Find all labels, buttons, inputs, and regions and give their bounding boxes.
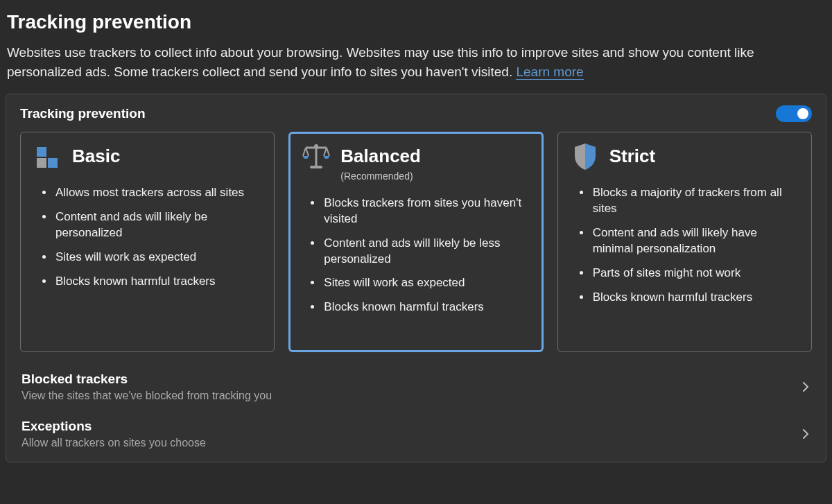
exceptions-texts: Exceptions Allow all trackers on sites y…: [21, 419, 206, 449]
balance-scale-icon: [302, 142, 331, 171]
list-item: Sites will work as expected: [322, 275, 530, 291]
panel-title: Tracking prevention: [20, 106, 146, 121]
learn-more-link[interactable]: Learn more: [516, 64, 583, 80]
card-strict-bullets: Blocks a majority of trackers from all s…: [571, 185, 799, 306]
svg-rect-0: [37, 147, 46, 157]
svg-line-7: [306, 148, 309, 156]
blocked-trackers-title: Blocked trackers: [21, 372, 272, 387]
list-item: Blocks a majority of trackers from all s…: [591, 185, 799, 217]
prevention-level-cards: Basic Allows most trackers across all si…: [20, 132, 812, 352]
card-balanced-header: Balanced (Recommended): [302, 142, 530, 182]
card-balanced-subtitle: (Recommended): [340, 171, 421, 182]
svg-point-5: [314, 144, 318, 148]
svg-rect-10: [310, 166, 322, 168]
blocked-trackers-subtitle: View the sites that we've blocked from t…: [21, 390, 272, 402]
card-basic[interactable]: Basic Allows most trackers across all si…: [20, 132, 275, 352]
card-strict-titlewrap: Strict: [609, 142, 655, 166]
list-item: Allows most trackers across all sites: [54, 185, 261, 201]
page-title: Tracking prevention: [7, 11, 826, 33]
chevron-right-icon: [801, 429, 811, 439]
card-balanced-bullets: Blocks trackers from sites you haven't v…: [302, 195, 530, 316]
basic-icon: [33, 142, 62, 171]
list-item: Blocks known harmful trackers: [322, 299, 530, 315]
list-item: Parts of sites might not work: [591, 266, 799, 281]
svg-line-8: [324, 148, 327, 156]
card-strict-title: Strict: [609, 142, 655, 166]
list-item: Sites will work as expected: [54, 250, 261, 266]
exceptions-title: Exceptions: [21, 419, 206, 434]
svg-rect-2: [48, 158, 58, 168]
svg-rect-1: [37, 158, 46, 168]
page-description-text: Websites use trackers to collect info ab…: [7, 45, 754, 79]
exceptions-row[interactable]: Exceptions Allow all trackers on sites y…: [20, 412, 812, 459]
toggle-knob: [797, 108, 808, 119]
panel-header: Tracking prevention: [20, 105, 812, 122]
card-basic-titlewrap: Basic: [72, 142, 120, 166]
svg-line-9: [327, 148, 329, 156]
svg-line-6: [303, 148, 306, 156]
list-item: Blocks trackers from sites you haven't v…: [322, 195, 530, 227]
tracking-prevention-panel: Tracking prevention Basic: [6, 94, 826, 462]
list-item: Blocks known harmful trackers: [54, 274, 261, 290]
blocked-trackers-texts: Blocked trackers View the sites that we'…: [21, 372, 272, 402]
blocked-trackers-row[interactable]: Blocked trackers View the sites that we'…: [20, 365, 812, 412]
list-item: Blocks known harmful trackers: [591, 290, 799, 306]
card-balanced-title: Balanced: [340, 142, 421, 166]
card-balanced[interactable]: Balanced (Recommended) Blocks trackers f…: [288, 132, 543, 352]
exceptions-subtitle: Allow all trackers on sites you choose: [21, 437, 206, 449]
card-basic-header: Basic: [33, 142, 261, 171]
chevron-right-icon: [801, 382, 811, 392]
list-item: Content and ads will likely be less pers…: [322, 236, 530, 268]
card-strict-header: Strict: [571, 142, 799, 171]
card-basic-title: Basic: [72, 142, 120, 166]
card-basic-bullets: Allows most trackers across all sites Co…: [33, 185, 261, 290]
shield-icon: [571, 142, 600, 171]
tracking-prevention-toggle[interactable]: [776, 105, 812, 122]
list-item: Content and ads will likely be personali…: [54, 209, 261, 241]
tracking-prevention-page: Tracking prevention Websites use tracker…: [0, 0, 832, 468]
card-balanced-titlewrap: Balanced (Recommended): [340, 142, 421, 182]
card-strict[interactable]: Strict Blocks a majority of trackers fro…: [557, 132, 812, 352]
list-item: Content and ads will likely have minimal…: [591, 225, 799, 257]
page-description: Websites use trackers to collect info ab…: [7, 43, 818, 81]
